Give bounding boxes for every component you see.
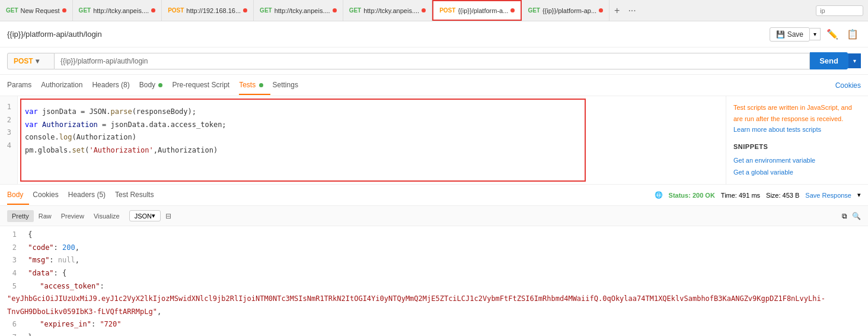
tab-post-platform[interactable]: POST {{ip}}/platform-a... bbox=[432, 0, 522, 21]
save-response-arrow[interactable]: ▾ bbox=[857, 191, 861, 199]
body-badge bbox=[158, 83, 162, 87]
right-panel: Test scripts are written in JavaScript, … bbox=[726, 96, 868, 184]
method-label-platform-post: POST bbox=[439, 7, 455, 14]
response-tabs: Body Cookies Headers (5) Test Results 🌐 … bbox=[0, 185, 868, 206]
method-dropdown-arrow: ▾ bbox=[36, 57, 39, 65]
json-format-select[interactable]: JSON ▾ bbox=[129, 210, 161, 221]
tab-label-tcky1: http://tcky.anpeis.... bbox=[93, 7, 149, 14]
line-num: 7 bbox=[7, 331, 17, 336]
tab-search-input[interactable] bbox=[816, 5, 863, 16]
info-icon[interactable]: 📋 bbox=[844, 27, 861, 41]
save-response-button[interactable]: Save Response bbox=[805, 192, 851, 199]
save-button[interactable]: 💾 Save bbox=[770, 27, 810, 42]
tab-new-request[interactable]: GET New Request bbox=[0, 0, 73, 21]
tab-post-192[interactable]: POST http://192.168.16... bbox=[162, 0, 254, 21]
response-tab-body[interactable]: Body bbox=[7, 186, 29, 205]
code-content[interactable]: var jsonData = JSON.parse(responseBody);… bbox=[18, 101, 726, 161]
tab-get-tcky1[interactable]: GET http://tcky.anpeis.... bbox=[73, 0, 162, 21]
filter-icon[interactable]: ⊟ bbox=[165, 212, 171, 220]
code-line-4: pm.globals.set('Authorization',Authoriza… bbox=[25, 144, 719, 157]
tab-bar: GET New Request GET http://tcky.anpeis..… bbox=[0, 0, 868, 21]
json-line-6: 6 "expires_in": "720" bbox=[7, 318, 861, 331]
tab-label-platform-get: {{ip}}/platform-ap... bbox=[542, 7, 596, 14]
request-row: POST ▾ Send ▾ bbox=[0, 47, 868, 75]
line-num-1: 1 bbox=[6, 101, 11, 114]
add-tab-button[interactable]: + bbox=[609, 0, 624, 21]
code-line-2: var Authorization = jsonData.data.access… bbox=[25, 119, 719, 132]
nav-authorization[interactable]: Authorization bbox=[41, 76, 90, 95]
body-subtab-raw[interactable]: Raw bbox=[34, 210, 56, 222]
tab-get-tcky3[interactable]: GET http://tcky.anpeis.... bbox=[343, 0, 433, 21]
tab-get-tcky2[interactable]: GET http://tcky.anpeis.... bbox=[254, 0, 343, 21]
save-dropdown-button[interactable]: ▾ bbox=[810, 28, 821, 40]
line-num: 3 bbox=[7, 254, 17, 267]
body-subtab-preview[interactable]: Preview bbox=[56, 210, 89, 222]
response-tab-test-results[interactable]: Test Results bbox=[115, 186, 159, 205]
tab-dot-192 bbox=[243, 8, 247, 12]
json-line-4: 4 "data": { bbox=[7, 267, 861, 280]
method-value: POST bbox=[14, 57, 33, 65]
copy-icon[interactable]: ⧉ bbox=[842, 212, 847, 220]
json-line-7: 7 } bbox=[7, 331, 861, 336]
body-subtab-pretty[interactable]: Pretty bbox=[7, 210, 34, 222]
snippet1-link[interactable]: Get an environment variable bbox=[733, 155, 861, 166]
tab-label-new: New Request bbox=[21, 7, 60, 14]
line-num-4: 4 bbox=[6, 140, 11, 153]
tab-dot-tcky3 bbox=[422, 8, 426, 12]
nav-body-label: Body bbox=[139, 81, 155, 89]
globe-icon: 🌐 bbox=[655, 191, 663, 199]
json-line-1: 1 { bbox=[7, 229, 861, 242]
right-icon-group: ⧉ 🔍 bbox=[842, 212, 861, 220]
tab-dot-new bbox=[62, 8, 66, 12]
cookies-link[interactable]: Cookies bbox=[835, 81, 861, 90]
snippet2-link[interactable]: Get a global variable bbox=[733, 167, 861, 178]
url-input[interactable] bbox=[55, 53, 810, 69]
method-select[interactable]: POST ▾ bbox=[7, 53, 55, 69]
edit-icon[interactable]: ✏️ bbox=[824, 27, 841, 41]
save-icon: 💾 bbox=[776, 30, 785, 39]
response-tab-cookies[interactable]: Cookies bbox=[33, 186, 64, 205]
address-bar: {{ip}}/platform-api/auth/login 💾 Save ▾ … bbox=[0, 21, 868, 47]
nav-pre-request[interactable]: Pre-request Script bbox=[172, 76, 237, 95]
nav-tests[interactable]: Tests bbox=[239, 76, 270, 95]
learn-more-link[interactable]: Learn more about tests scripts bbox=[733, 126, 821, 133]
nav-headers[interactable]: Headers (8) bbox=[92, 76, 136, 95]
json-line-2: 2 "code": 200, bbox=[7, 242, 861, 255]
tab-get-platform[interactable]: GET {{ip}}/platform-ap... bbox=[522, 0, 609, 21]
status-ok: Status: 200 OK bbox=[669, 192, 715, 199]
intro-orange: Test scripts are written in JavaScript, … bbox=[733, 104, 852, 122]
method-label-192: POST bbox=[168, 7, 184, 14]
method-label-tcky2: GET bbox=[260, 7, 272, 14]
line-num: 2 bbox=[7, 242, 17, 255]
tab-label-tcky2: http://tcky.anpeis.... bbox=[275, 7, 330, 14]
nav-tests-label: Tests bbox=[239, 81, 256, 89]
json-format-label: JSON bbox=[135, 213, 152, 220]
search-icon[interactable]: 🔍 bbox=[852, 212, 861, 220]
method-label-tcky3: GET bbox=[349, 7, 362, 14]
save-label: Save bbox=[787, 30, 803, 39]
nav-params[interactable]: Params bbox=[7, 76, 39, 95]
body-sub-tabs: Pretty Raw Preview Visualize JSON ▾ ⊟ ⧉ … bbox=[0, 206, 868, 226]
right-panel-intro: Test scripts are written in JavaScript, … bbox=[733, 102, 861, 124]
json-line-5: 5 "access_token": "eyJhbGciOiJIUzUxMiJ9.… bbox=[7, 280, 861, 319]
tab-dot-tcky2 bbox=[333, 8, 337, 12]
code-line-1: var jsonData = JSON.parse(responseBody); bbox=[25, 106, 719, 119]
response-tab-headers[interactable]: Headers (5) bbox=[68, 186, 111, 205]
response-size: Size: 453 B bbox=[766, 192, 799, 199]
json-format-arrow: ▾ bbox=[152, 212, 155, 220]
tab-dot-platform-get bbox=[599, 8, 603, 12]
send-dropdown-button[interactable]: ▾ bbox=[848, 53, 861, 68]
nav-body[interactable]: Body bbox=[139, 76, 170, 95]
json-response: 1 { 2 "code": 200, 3 "msg": null, 4 "dat… bbox=[0, 226, 868, 336]
more-tabs-button[interactable]: ··· bbox=[624, 0, 639, 21]
send-button[interactable]: Send bbox=[810, 52, 848, 69]
tab-label-192: http://192.168.16... bbox=[186, 7, 241, 14]
code-line-3: console.log(Authorization) bbox=[25, 131, 719, 144]
line-num-3: 3 bbox=[6, 126, 11, 140]
line-num-2: 2 bbox=[6, 114, 11, 127]
tab-search-area bbox=[811, 5, 868, 16]
tab-dot-tcky1 bbox=[151, 8, 155, 12]
nav-settings[interactable]: Settings bbox=[273, 76, 305, 95]
body-subtab-visualize[interactable]: Visualize bbox=[89, 210, 125, 222]
snippets-title: SNIPPETS bbox=[733, 141, 861, 153]
